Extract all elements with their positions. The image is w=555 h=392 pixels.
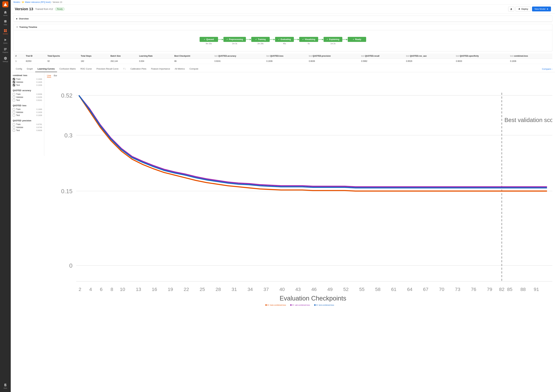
col-total_epochs: Total Epochs (45, 53, 79, 59)
svg-text:82: 82 (499, 287, 504, 292)
cell-num: 1 (14, 59, 24, 64)
sidebar-item-home[interactable]: Home (0, 9, 11, 18)
sidebar-item-query[interactable]: Query (0, 36, 11, 46)
svg-text:25: 25 (200, 287, 205, 292)
sidebar-item-data[interactable]: Data (0, 18, 11, 27)
metric-row-quoted_precision-train[interactable]: Train 0.6791 (13, 123, 42, 126)
download-button[interactable] (508, 7, 514, 11)
metric-check-quoted_accuracy-validate[interactable] (13, 96, 15, 98)
tab-precision_recall[interactable]: Precision Recall Curve (94, 66, 121, 72)
breadcrumb-maker-relevance[interactable]: Maker relevance (RFQ level) (25, 1, 51, 3)
sidebar-item-docs[interactable]: Docs (0, 381, 11, 391)
breadcrumb-folder-icon: 📁 (22, 1, 24, 3)
col-best_checkpoint: Best Checkpoint (172, 53, 212, 59)
tab-compute[interactable]: Compute (187, 66, 201, 72)
svg-text:43: 43 (295, 287, 301, 292)
metric-label: Test (16, 129, 35, 132)
svg-text:64: 64 (407, 287, 412, 292)
tab-config[interactable]: Config (14, 66, 24, 72)
sidebar-item-models[interactable]: Models (0, 27, 11, 36)
svg-text:46: 46 (311, 287, 317, 292)
tab-confusion_matrix[interactable]: Confusion Matrix (57, 66, 78, 72)
metric-check-quoted_precision-train[interactable] (13, 123, 15, 126)
metric-row-quoted_accuracy-validate[interactable]: Validate 0.9235 (13, 96, 42, 99)
metric-value: 0.1636 (37, 84, 42, 86)
metric-row-quoted_precision-test[interactable]: Test 0.6636 (13, 129, 42, 132)
breadcrumb-models[interactable]: Models (14, 1, 20, 3)
metric-row-combined_loss-test[interactable]: Test 0.1636 (13, 84, 42, 87)
metric-label: Train (16, 108, 35, 110)
tab-calibration[interactable]: Calibration Plots (128, 66, 149, 72)
metric-value: 0.1636 (37, 114, 42, 116)
metric-check-quoted_accuracy-train[interactable] (13, 93, 15, 95)
metric-row-combined_loss-train[interactable]: Train 0.1666 (13, 78, 42, 81)
metric-row-quoted_accuracy-test[interactable]: Test 0.9241 (13, 99, 42, 102)
svg-text:73: 73 (455, 287, 460, 292)
svg-text:61: 61 (391, 287, 396, 292)
metric-check-combined_loss-validate[interactable] (13, 81, 15, 83)
timeline-chevron: ▼ (16, 26, 18, 28)
metric-check-quoted_loss-test[interactable] (13, 114, 15, 116)
sidebar-item-engines[interactable]: Engines (0, 46, 11, 55)
table-row: 18155392182262,1440.004860.92410.16360.6… (14, 59, 552, 64)
metric-check-quoted_accuracy-test[interactable] (13, 99, 15, 101)
chart-tab-bar[interactable]: Bar (54, 74, 57, 78)
timeline-box-training: ✓Training (251, 37, 270, 42)
compare-button[interactable]: Compare› (542, 68, 552, 70)
deploy-button[interactable]: Deploy (516, 7, 531, 11)
metric-label: Validate (16, 96, 35, 98)
metric-row-quoted_loss-validate[interactable]: Validate 0.1626 (13, 111, 42, 114)
legend-line-test-combined-loss (314, 304, 318, 306)
chart-tab-line[interactable]: Line (47, 74, 51, 78)
svg-text:19: 19 (168, 287, 173, 292)
metric-row-quoted_accuracy-train[interactable]: Train 0.9206 (13, 93, 42, 96)
metric-check-quoted_precision-test[interactable] (13, 129, 15, 132)
tab-all_metrics[interactable]: All Metrics (172, 66, 187, 72)
metric-value: 0.9235 (37, 96, 42, 98)
training-timeline-header[interactable]: ▼ Training Timeline (14, 24, 552, 30)
tab-graph[interactable]: Graph (24, 66, 35, 72)
metric-check-combined_loss-train[interactable] (13, 78, 15, 80)
metric-row-combined_loss-validate[interactable]: Validate 0.1626 (13, 81, 42, 84)
metric-label: Validate (16, 81, 35, 83)
breadcrumb-version: Version 13 (53, 1, 62, 3)
cell-test_loss: 0.1636 (264, 59, 307, 64)
svg-text:70: 70 (439, 287, 444, 292)
col-test_recall: test QUOTED.recall (359, 53, 404, 59)
tab-learning_curves[interactable]: Learning Curves (35, 66, 57, 72)
metric-label: Validate (16, 126, 35, 128)
metric-check-combined_loss-test[interactable] (13, 84, 15, 86)
svg-text:13: 13 (136, 287, 141, 292)
svg-point-58 (290, 304, 292, 306)
metric-row-quoted_precision-validate[interactable]: Validate 0.6745 (13, 126, 42, 129)
metric-check-quoted_loss-train[interactable] (13, 108, 15, 110)
metric-group-title-combined_loss: combined loss (13, 74, 42, 77)
cell-test_specificity: 0.9633 (454, 59, 508, 64)
sidebar-item-label-data: Data (4, 24, 7, 25)
svg-text:67: 67 (423, 287, 428, 292)
metric-row-quoted_loss-train[interactable]: Train 0.1666 (13, 108, 42, 111)
metric-value: 0.9206 (37, 93, 42, 95)
metric-row-quoted_loss-test[interactable]: Test 0.1636 (13, 114, 42, 117)
svg-text:76: 76 (471, 287, 476, 292)
page-header: Version 13 Trained from #12 Ready Deploy… (11, 5, 555, 14)
sidebar-item-settings[interactable]: Settings (0, 55, 11, 64)
legend-line-train-combined-loss (265, 304, 269, 306)
learning-curve-chart: 0.52 0.3 0.15 0 Best validation scor (47, 79, 552, 303)
home-icon (4, 10, 7, 14)
tab-feature_importance[interactable]: Feature Importance (149, 66, 172, 72)
svg-text:16: 16 (152, 287, 157, 292)
docs-icon (4, 383, 7, 387)
tab-roc_curve[interactable]: ROC Curve (78, 66, 94, 72)
svg-text:6: 6 (100, 287, 103, 292)
svg-rect-7 (6, 31, 7, 32)
overview-header[interactable]: ▶ Overview (14, 16, 552, 22)
svg-text:85: 85 (507, 287, 512, 292)
content-area: ▶ Overview ▼ Training Timeline ✓Queued9m… (11, 14, 555, 392)
header-actions: Deploy New Model (508, 7, 551, 11)
metric-check-quoted_precision-validate[interactable] (13, 126, 15, 128)
new-model-button[interactable]: New Model (532, 7, 551, 11)
col-test_combined_loss: test combined.loss (508, 53, 552, 59)
metric-check-quoted_loss-validate[interactable] (13, 111, 15, 114)
timeline-time-evaluating: 45s (283, 43, 286, 45)
